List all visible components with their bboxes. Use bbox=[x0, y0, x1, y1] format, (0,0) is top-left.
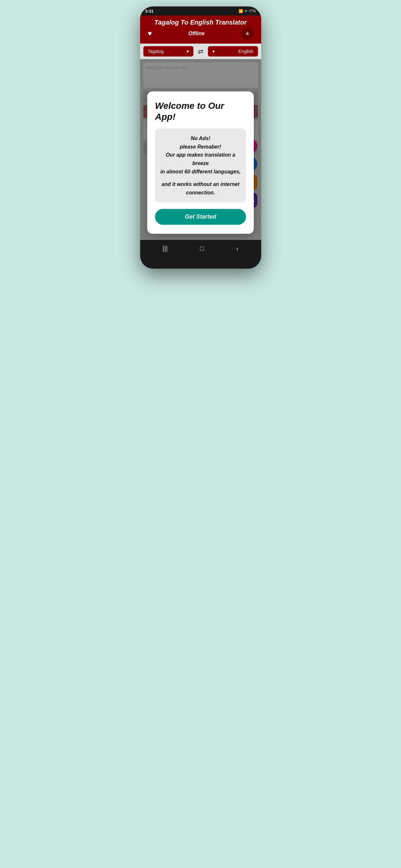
source-language-button[interactable]: Tagalog ▾ bbox=[143, 46, 193, 57]
source-language-label: Tagalog bbox=[148, 49, 164, 54]
offline-works-line: and it works without an internet connect… bbox=[162, 182, 240, 195]
status-icons: 📶 ✈ 77% bbox=[239, 9, 256, 13]
bottom-nav: ||| □ ‹ bbox=[140, 240, 261, 257]
phone-frame: 3:31 📶 ✈ 77% Tagalog To English Translat… bbox=[140, 6, 261, 269]
modal-info-box: No Ads! please Remaber! Our app makes tr… bbox=[155, 128, 246, 203]
recents-nav-icon[interactable]: ||| bbox=[163, 245, 168, 252]
app-makes-line: Our app makes translation a breeze bbox=[166, 152, 235, 166]
app-header: Tagalog To English Translator ♥ Offline … bbox=[140, 16, 261, 43]
back-nav-icon[interactable]: ‹ bbox=[236, 245, 239, 252]
premium-shield-icon[interactable]: ★ bbox=[241, 27, 253, 40]
modal-info-text: No Ads! please Remaber! Our app makes tr… bbox=[160, 134, 241, 197]
modal-title: Welcome to Our App! bbox=[155, 100, 246, 122]
swap-languages-button[interactable]: ⇄ bbox=[196, 48, 205, 55]
wifi-icon: 📶 bbox=[239, 9, 243, 13]
target-language-label: English bbox=[239, 49, 253, 54]
battery-indicator: 77% bbox=[249, 9, 256, 13]
status-bar: 3:31 📶 ✈ 77% bbox=[140, 6, 261, 16]
modal-overlay: Welcome to Our App! No Ads! please Remab… bbox=[140, 59, 261, 240]
remember-line: please Remaber! bbox=[180, 144, 221, 150]
app-title: Tagalog To English Translator bbox=[154, 19, 247, 26]
target-language-button[interactable]: ▾ English bbox=[208, 46, 258, 57]
welcome-modal: Welcome to Our App! No Ads! please Remab… bbox=[147, 91, 254, 234]
home-nav-icon[interactable]: □ bbox=[200, 245, 204, 252]
favorites-heart-icon[interactable]: ♥ bbox=[148, 29, 152, 38]
no-ads-line: No Ads! bbox=[191, 135, 211, 141]
status-time: 3:31 bbox=[145, 9, 154, 13]
app-background: Mag-type ng salita dito... Re... ♡ 🔊 📋 文… bbox=[140, 59, 261, 240]
languages-line: in almost 60 different languages, bbox=[160, 169, 241, 175]
source-language-dropdown-icon: ▾ bbox=[187, 49, 189, 54]
airplane-icon: ✈ bbox=[244, 9, 247, 13]
offline-label: Offline bbox=[188, 31, 204, 36]
header-row: ♥ Offline ★ bbox=[145, 27, 256, 40]
swap-icon: ⇄ bbox=[198, 48, 204, 55]
language-selector-row: Tagalog ▾ ⇄ ▾ English bbox=[140, 43, 261, 59]
target-language-dropdown-icon: ▾ bbox=[212, 49, 215, 54]
get-started-button[interactable]: Get Started bbox=[155, 209, 246, 225]
